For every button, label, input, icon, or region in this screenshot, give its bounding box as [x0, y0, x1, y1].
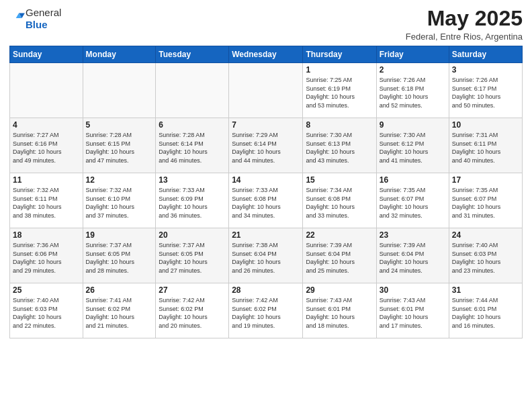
calendar-cell: 20Sunrise: 7:37 AM Sunset: 6:05 PM Dayli… — [156, 228, 229, 283]
day-info: Sunrise: 7:26 AM Sunset: 6:17 PM Dayligh… — [452, 76, 519, 109]
day-number: 24 — [452, 230, 519, 240]
calendar-cell: 21Sunrise: 7:38 AM Sunset: 6:04 PM Dayli… — [229, 228, 303, 283]
day-number: 22 — [306, 230, 373, 240]
calendar-cell: 7Sunrise: 7:29 AM Sunset: 6:14 PM Daylig… — [229, 118, 303, 173]
day-number: 18 — [13, 230, 80, 240]
day-info: Sunrise: 7:32 AM Sunset: 6:10 PM Dayligh… — [86, 186, 153, 220]
day-number: 9 — [380, 120, 446, 130]
calendar-cell: 25Sunrise: 7:40 AM Sunset: 6:03 PM Dayli… — [10, 283, 83, 338]
day-info: Sunrise: 7:35 AM Sunset: 6:07 PM Dayligh… — [452, 186, 519, 220]
day-info: Sunrise: 7:30 AM Sunset: 6:13 PM Dayligh… — [306, 131, 373, 165]
week-row-1: 1Sunrise: 7:25 AM Sunset: 6:19 PM Daylig… — [10, 63, 523, 118]
day-number: 27 — [159, 285, 226, 295]
day-number: 14 — [232, 175, 300, 185]
day-info: Sunrise: 7:28 AM Sunset: 6:15 PM Dayligh… — [86, 131, 153, 165]
calendar-cell: 19Sunrise: 7:37 AM Sunset: 6:05 PM Dayli… — [83, 228, 156, 283]
calendar-cell: 31Sunrise: 7:44 AM Sunset: 6:01 PM Dayli… — [449, 283, 522, 338]
calendar-cell: 8Sunrise: 7:30 AM Sunset: 6:13 PM Daylig… — [303, 118, 376, 173]
day-info: Sunrise: 7:44 AM Sunset: 6:01 PM Dayligh… — [452, 296, 519, 330]
day-info: Sunrise: 7:36 AM Sunset: 6:06 PM Dayligh… — [13, 241, 80, 275]
day-info: Sunrise: 7:28 AM Sunset: 6:14 PM Dayligh… — [159, 131, 226, 165]
day-info: Sunrise: 7:29 AM Sunset: 6:14 PM Dayligh… — [232, 131, 300, 165]
weekday-header-thursday: Thursday — [303, 46, 376, 63]
day-number: 5 — [86, 120, 153, 130]
page: General Blue May 2025 Federal, Entre Rio… — [0, 0, 532, 348]
day-number: 7 — [232, 120, 300, 130]
calendar-cell: 12Sunrise: 7:32 AM Sunset: 6:10 PM Dayli… — [83, 173, 156, 228]
weekday-header-monday: Monday — [83, 46, 156, 63]
day-info: Sunrise: 7:39 AM Sunset: 6:04 PM Dayligh… — [306, 241, 373, 275]
day-number: 8 — [306, 120, 373, 130]
day-number: 30 — [380, 285, 446, 295]
day-info: Sunrise: 7:43 AM Sunset: 6:01 PM Dayligh… — [380, 296, 446, 330]
calendar-cell: 5Sunrise: 7:28 AM Sunset: 6:15 PM Daylig… — [83, 118, 156, 173]
day-number: 21 — [232, 230, 300, 240]
weekday-header-friday: Friday — [376, 46, 449, 63]
day-number: 11 — [13, 175, 80, 185]
day-number: 13 — [159, 175, 226, 185]
day-number: 28 — [232, 285, 300, 295]
day-number: 16 — [380, 175, 446, 185]
day-info: Sunrise: 7:35 AM Sunset: 6:07 PM Dayligh… — [380, 186, 446, 220]
day-info: Sunrise: 7:27 AM Sunset: 6:16 PM Dayligh… — [13, 131, 80, 165]
day-info: Sunrise: 7:37 AM Sunset: 6:05 PM Dayligh… — [86, 241, 153, 275]
calendar-cell: 11Sunrise: 7:32 AM Sunset: 6:11 PM Dayli… — [10, 173, 83, 228]
header: General Blue May 2025 Federal, Entre Rio… — [9, 7, 523, 42]
week-row-3: 11Sunrise: 7:32 AM Sunset: 6:11 PM Dayli… — [10, 173, 523, 228]
day-info: Sunrise: 7:42 AM Sunset: 6:02 PM Dayligh… — [232, 296, 300, 330]
logo: General Blue — [9, 7, 61, 31]
calendar-cell: 1Sunrise: 7:25 AM Sunset: 6:19 PM Daylig… — [303, 63, 376, 118]
calendar-cell: 9Sunrise: 7:30 AM Sunset: 6:12 PM Daylig… — [376, 118, 449, 173]
calendar-cell — [229, 63, 303, 118]
week-row-2: 4Sunrise: 7:27 AM Sunset: 6:16 PM Daylig… — [10, 118, 523, 173]
day-info: Sunrise: 7:33 AM Sunset: 6:09 PM Dayligh… — [159, 186, 226, 220]
calendar-cell — [10, 63, 83, 118]
calendar-cell: 28Sunrise: 7:42 AM Sunset: 6:02 PM Dayli… — [229, 283, 303, 338]
day-number: 12 — [86, 175, 153, 185]
day-info: Sunrise: 7:38 AM Sunset: 6:04 PM Dayligh… — [232, 241, 300, 275]
title-block: May 2025 Federal, Entre Rios, Argentina — [406, 7, 523, 42]
day-info: Sunrise: 7:31 AM Sunset: 6:11 PM Dayligh… — [452, 131, 519, 165]
day-number: 17 — [452, 175, 519, 185]
weekday-header-wednesday: Wednesday — [229, 46, 303, 63]
day-number: 10 — [452, 120, 519, 130]
calendar-cell — [83, 63, 156, 118]
weekday-header-tuesday: Tuesday — [156, 46, 229, 63]
calendar-cell: 23Sunrise: 7:39 AM Sunset: 6:04 PM Dayli… — [376, 228, 449, 283]
day-number: 3 — [452, 65, 519, 75]
day-number: 1 — [306, 65, 373, 75]
calendar-cell: 27Sunrise: 7:42 AM Sunset: 6:02 PM Dayli… — [156, 283, 229, 338]
week-row-4: 18Sunrise: 7:36 AM Sunset: 6:06 PM Dayli… — [10, 228, 523, 283]
day-number: 6 — [159, 120, 226, 130]
day-info: Sunrise: 7:32 AM Sunset: 6:11 PM Dayligh… — [13, 186, 80, 220]
day-info: Sunrise: 7:33 AM Sunset: 6:08 PM Dayligh… — [232, 186, 300, 220]
calendar-cell: 18Sunrise: 7:36 AM Sunset: 6:06 PM Dayli… — [10, 228, 83, 283]
calendar: SundayMondayTuesdayWednesdayThursdayFrid… — [9, 46, 523, 338]
day-info: Sunrise: 7:42 AM Sunset: 6:02 PM Dayligh… — [159, 296, 226, 330]
day-info: Sunrise: 7:37 AM Sunset: 6:05 PM Dayligh… — [159, 241, 226, 275]
calendar-cell: 13Sunrise: 7:33 AM Sunset: 6:09 PM Dayli… — [156, 173, 229, 228]
day-number: 31 — [452, 285, 519, 295]
calendar-cell: 22Sunrise: 7:39 AM Sunset: 6:04 PM Dayli… — [303, 228, 376, 283]
calendar-cell — [156, 63, 229, 118]
week-row-5: 25Sunrise: 7:40 AM Sunset: 6:03 PM Dayli… — [10, 283, 523, 338]
calendar-cell: 15Sunrise: 7:34 AM Sunset: 6:08 PM Dayli… — [303, 173, 376, 228]
calendar-cell: 30Sunrise: 7:43 AM Sunset: 6:01 PM Dayli… — [376, 283, 449, 338]
day-info: Sunrise: 7:40 AM Sunset: 6:03 PM Dayligh… — [13, 296, 80, 330]
day-number: 19 — [86, 230, 153, 240]
calendar-cell: 14Sunrise: 7:33 AM Sunset: 6:08 PM Dayli… — [229, 173, 303, 228]
logo-icon — [11, 10, 26, 25]
day-number: 29 — [306, 285, 373, 295]
day-info: Sunrise: 7:25 AM Sunset: 6:19 PM Dayligh… — [306, 76, 373, 109]
day-info: Sunrise: 7:43 AM Sunset: 6:01 PM Dayligh… — [306, 296, 373, 330]
subtitle: Federal, Entre Rios, Argentina — [406, 32, 523, 42]
day-info: Sunrise: 7:26 AM Sunset: 6:18 PM Dayligh… — [380, 76, 446, 109]
day-number: 15 — [306, 175, 373, 185]
calendar-cell: 26Sunrise: 7:41 AM Sunset: 6:02 PM Dayli… — [83, 283, 156, 338]
day-number: 25 — [13, 285, 80, 295]
weekday-header-sunday: Sunday — [10, 46, 83, 63]
weekday-header-saturday: Saturday — [449, 46, 522, 63]
day-number: 2 — [380, 65, 446, 75]
day-number: 26 — [86, 285, 153, 295]
logo-general-text: General — [26, 7, 61, 19]
